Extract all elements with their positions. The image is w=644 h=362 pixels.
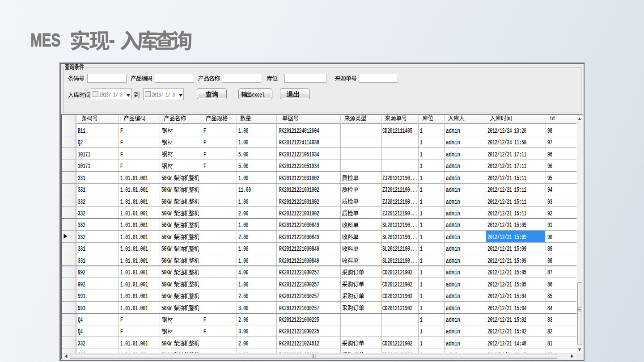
svg-text:MES: MES [30,29,60,51]
